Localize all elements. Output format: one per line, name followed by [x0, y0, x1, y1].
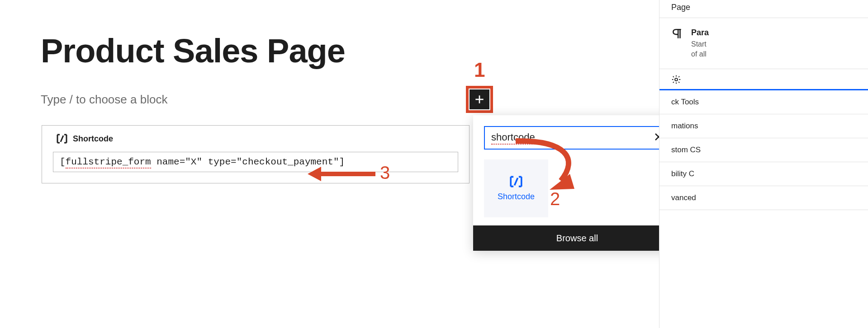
svg-marker-4: [308, 167, 321, 181]
sidebar-block-desc: Start of all: [691, 39, 709, 60]
paragraph-icon: [671, 28, 683, 40]
shortcode-input[interactable]: [fullstripe_form name="X" type="checkout…: [53, 152, 458, 172]
settings-sidebar: Page Para Start of all ck Tools mations …: [659, 0, 868, 328]
tab-page[interactable]: Page: [671, 3, 690, 15]
shortcode-block-header: Shortcode: [56, 134, 458, 144]
block-search-value: shortcode: [491, 131, 535, 145]
svg-line-2: [61, 136, 63, 142]
sidebar-section-block-tools[interactable]: ck Tools: [659, 90, 868, 114]
block-search-input[interactable]: shortcode: [484, 126, 670, 150]
sidebar-section-visibility[interactable]: bility C: [659, 162, 868, 186]
annotation-2: 2: [550, 189, 560, 209]
shortcode-code: [fullstripe_form name="X" type="checkout…: [60, 157, 345, 169]
plus-icon: [474, 94, 485, 105]
block-result-shortcode[interactable]: Shortcode: [484, 159, 548, 217]
sidebar-tabs: Page: [659, 0, 868, 18]
sidebar-block-name: Para: [691, 28, 709, 37]
gear-icon: [671, 75, 681, 84]
annotation-arrow-3: [308, 165, 375, 183]
shortcode-block[interactable]: Shortcode [fullstripe_form name="X" type…: [42, 125, 470, 183]
sidebar-block-info: Para Start of all: [659, 18, 868, 69]
block-inserter-popover: shortcode Shortcode Browse all: [473, 115, 681, 251]
page-title[interactable]: Product Sales Page: [41, 32, 345, 70]
annotation-highlight-1: [466, 86, 493, 113]
sidebar-section-animations[interactable]: mations: [659, 114, 868, 138]
annotation-3: 3: [380, 163, 390, 183]
annotation-1: 1: [474, 59, 485, 81]
block-placeholder[interactable]: Type / to choose a block: [41, 93, 167, 107]
shortcode-icon: [508, 176, 524, 187]
sidebar-section-advanced[interactable]: vanced: [659, 186, 868, 210]
shortcode-block-label: Shortcode: [73, 134, 113, 144]
svg-point-9: [675, 78, 678, 81]
shortcode-icon: [56, 134, 68, 144]
svg-line-7: [514, 178, 517, 185]
sidebar-settings-row[interactable]: [659, 69, 868, 90]
browse-all-button[interactable]: Browse all: [473, 225, 681, 251]
block-search-results: Shortcode: [473, 156, 681, 225]
add-block-button[interactable]: [470, 89, 489, 109]
block-result-label: Shortcode: [498, 192, 535, 201]
editor-canvas: Product Sales Page Type / to choose a bl…: [0, 0, 659, 328]
sidebar-section-custom-css[interactable]: stom CS: [659, 138, 868, 162]
